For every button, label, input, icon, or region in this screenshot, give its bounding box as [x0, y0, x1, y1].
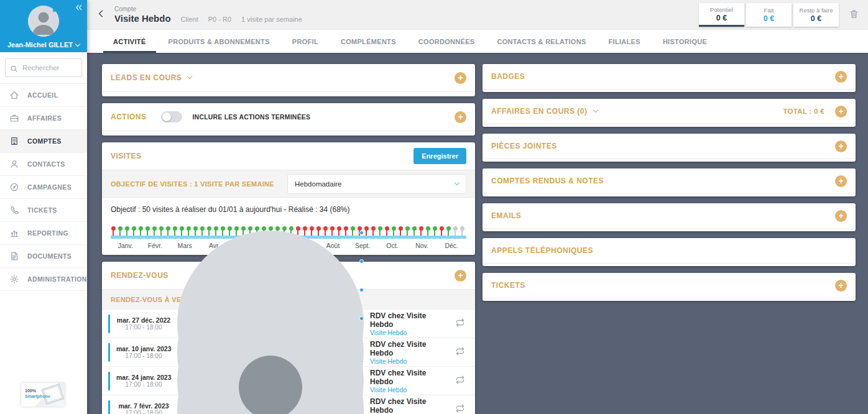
panel-header: AFFAIRES EN COURS (0)TOTAL : 0 €+ [482, 99, 856, 124]
visit-week-pin [448, 230, 449, 236]
emails-panel: EMAILS+ [482, 203, 856, 231]
sidebar-item-label: ACCUEIL [27, 91, 58, 99]
sidebar-item-label: AFFAIRES [27, 114, 62, 122]
sidebar-item-administration[interactable]: ADMINISTRATION [0, 268, 87, 291]
person-icon [9, 159, 19, 169]
delete-account-button[interactable] [849, 9, 859, 22]
visit-objective-row: OBJECTIF DE VISITES : 1 VISITE PAR SEMAI… [102, 170, 475, 197]
add-affaires-en-cours-0-button[interactable]: + [835, 106, 847, 117]
collapse-sidebar-icon[interactable] [75, 3, 83, 14]
rdv-text: RDV chez Visite HebdoVisite Hebdo [370, 397, 449, 414]
panel-title: BADGES [491, 72, 525, 81]
document-icon [9, 251, 19, 261]
sidebar-item-campagnes[interactable]: CAMPAGNES [0, 176, 87, 199]
add-badges-button[interactable]: + [835, 71, 847, 83]
tab-activit[interactable]: ACTIVITÉ [102, 30, 157, 53]
visit-week-pin [147, 230, 148, 236]
visit-week-pin [400, 230, 401, 236]
rdv-title: RDV chez Visite Hebdo [370, 311, 449, 329]
avatar[interactable] [28, 6, 59, 37]
rdv-date: mar. 10 janv. 202317:00 - 18:00 [116, 345, 171, 359]
chevron-down-icon [187, 74, 192, 79]
rdv-avatar-wrap [177, 316, 364, 414]
rdv-title: RDV chez Visite Hebdo [370, 397, 449, 414]
comptes-rendus-notes-panel: COMPTES RENDUS & NOTES+ [482, 168, 856, 196]
sidebar-item-accueil[interactable]: ACCUEIL [0, 84, 87, 107]
sidebar-item-affaires[interactable]: AFFAIRES [0, 107, 87, 130]
panel-total-label: TOTAL : 0 € [783, 108, 824, 115]
visit-week-pin [441, 230, 442, 236]
rdv-account-link[interactable]: Visite Hebdo [370, 386, 449, 393]
tickets-panel: TICKETS+ [482, 273, 856, 301]
sidebar-item-label: DOCUMENTS [27, 252, 72, 260]
visit-week-pin [160, 230, 162, 236]
topbar: Compte Visite Hebdo ClientP0 - R01 visit… [87, 0, 868, 30]
visit-objective-label: OBJECTIF DE VISITES : 1 VISITE PAR SEMAI… [111, 180, 274, 188]
panel-title: PIÈCES JOINTES [491, 142, 557, 150]
add-pi-ces-jointes-button[interactable]: + [835, 140, 847, 152]
month-label: Oct. [377, 242, 407, 249]
panel-body-empty [482, 228, 856, 231]
add-emails-button[interactable]: + [835, 210, 847, 222]
stat-potentiel[interactable]: Potentiel0 € [699, 3, 744, 27]
leads-panel: LEADS EN COURS + [102, 64, 475, 96]
sidebar-user-block: Jean-Michel GILLET [0, 0, 87, 52]
visit-week-pin [393, 230, 394, 236]
logo-line2: Smartphone [25, 394, 50, 398]
tab-compl-ments[interactable]: COMPLÉMENTS [330, 30, 407, 53]
sidebar-item-contacts[interactable]: CONTACTS [0, 153, 87, 176]
user-name-label: Jean-Michel GILLET [7, 41, 73, 48]
rdv-accent-bar [108, 343, 110, 362]
user-menu[interactable]: Jean-Michel GILLET [7, 41, 80, 48]
rdv-date-label: mar. 27 déc. 2022 [116, 316, 171, 324]
frequency-select-value: Hebdomadaire [295, 180, 341, 188]
leads-panel-title[interactable]: LEADS EN COURS [111, 73, 182, 82]
include-finished-actions-toggle[interactable] [161, 111, 182, 122]
visit-week-pin [461, 230, 463, 236]
sidebar-item-tickets[interactable]: TICKETS [0, 199, 87, 222]
pi-ces-jointes-panel: PIÈCES JOINTES+ [482, 134, 856, 162]
visit-week-pin [420, 230, 422, 236]
chevron-down-icon [75, 41, 80, 46]
add-rendez-vous-button[interactable]: + [455, 270, 466, 282]
tab-filiales[interactable]: FILIALES [598, 30, 652, 53]
tab-contacts-relations[interactable]: CONTACTS & RELATIONS [486, 30, 597, 53]
rdv-accent-bar [108, 400, 110, 414]
rdv-row[interactable]: mar. 7 févr. 202317:00 - 18:00RDV chez V… [102, 395, 475, 414]
home-icon [9, 90, 19, 100]
visit-week-pin [386, 230, 387, 236]
rdv-account-link[interactable]: Visite Hebdo [370, 357, 449, 365]
visit-week-pin [167, 230, 169, 236]
tab-produits-abonnements[interactable]: PRODUITS & ABONNEMENTS [157, 30, 281, 53]
panel-header: BADGES+ [482, 64, 856, 89]
stat-fait[interactable]: Fait0 € [746, 3, 792, 27]
sidebar-item-comptes[interactable]: COMPTES [0, 130, 87, 153]
panel-header: APPELS TÉLÉPHONIQUES [482, 238, 856, 263]
rdv-account-link[interactable]: Visite Hebdo [370, 329, 449, 336]
sidebar-item-reporting[interactable]: REPORTING [0, 222, 87, 245]
back-button[interactable] [96, 8, 107, 22]
visit-week-pin [119, 230, 121, 236]
add-comptes-rendus-notes-button[interactable]: + [835, 175, 847, 187]
rdv-title: RDV chez Visite Hebdo [370, 340, 449, 357]
left-column: LEADS EN COURS + ACTIONS INCLURE LES ACT… [102, 64, 475, 414]
app-logo: 100% Smartphone [21, 383, 65, 407]
record-meta-item: Client [181, 16, 198, 23]
sidebar-item-documents[interactable]: DOCUMENTS [0, 245, 87, 268]
tab-profil[interactable]: PROFIL [281, 30, 330, 53]
phone-icon [9, 205, 19, 215]
add-lead-button[interactable]: + [455, 72, 466, 84]
stat-label: Potentiel [710, 6, 733, 13]
add-tickets-button[interactable]: + [835, 280, 847, 292]
panel-header: COMPTES RENDUS & NOTES+ [482, 168, 856, 193]
save-button[interactable]: Enregistrer [413, 148, 466, 164]
rdv-date-label: mar. 7 févr. 2023 [116, 402, 171, 410]
tab-coordonn-es[interactable]: COORDONNÉES [407, 30, 486, 53]
panel-body-empty [482, 159, 856, 162]
add-action-button[interactable]: + [455, 111, 466, 123]
tab-historique[interactable]: HISTORIQUE [652, 30, 718, 53]
stat-reste-faire[interactable]: Reste à faire0 € [793, 3, 839, 27]
visit-summary: Objectif : 50 visites à réaliser du 01/0… [102, 197, 475, 219]
main-area: Compte Visite Hebdo ClientP0 - R01 visit… [87, 0, 868, 414]
frequency-select[interactable]: Hebdomadaire [287, 174, 466, 194]
